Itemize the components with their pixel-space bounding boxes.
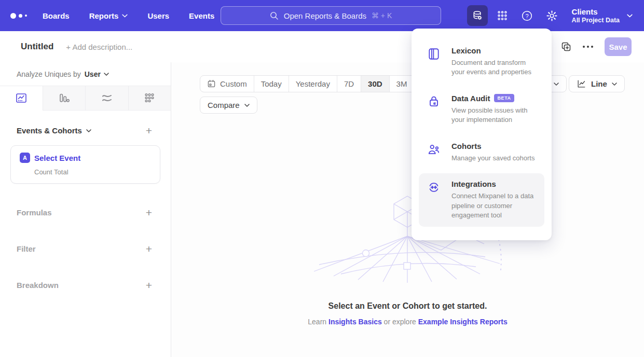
event-series-badge: A	[20, 153, 30, 163]
breakdown-label: Breakdown	[17, 281, 59, 290]
example-insights-reports-link[interactable]: Example Insights Reports	[418, 318, 508, 326]
flow-chart-tab-icon	[101, 92, 113, 104]
nav-item-reports[interactable]: Reports	[89, 11, 128, 20]
menu-item-title: Cohorts	[451, 142, 482, 150]
date-range-label: Today	[261, 79, 282, 88]
nav-item-boards[interactable]: Boards	[43, 11, 70, 20]
svg-text:?: ?	[526, 12, 529, 19]
data-management-menu: Lexicon Document and transform your even…	[412, 29, 552, 240]
add-event-button[interactable]: +	[146, 125, 152, 136]
chevron-down-icon	[104, 73, 109, 76]
menu-item-lexicon[interactable]: Lexicon Document and transform your even…	[419, 40, 544, 84]
date-range-label: 30D	[368, 79, 382, 88]
chart-type-label: Line	[591, 79, 607, 88]
date-range-label: Custom	[220, 79, 247, 88]
date-range-30d[interactable]: 30D	[361, 76, 389, 92]
event-aggregation-label[interactable]: Count Total	[34, 168, 152, 176]
tab-bar-chart[interactable]	[43, 86, 86, 110]
date-range-label: 3M	[396, 79, 407, 88]
date-range-custom[interactable]: Custom	[200, 76, 254, 92]
menu-item-cohorts[interactable]: Cohorts Manage your saved cohorts	[419, 135, 544, 169]
tab-line-chart[interactable]	[0, 86, 43, 111]
date-range-3m[interactable]: 3M	[389, 76, 414, 92]
compare-label: Compare	[208, 101, 240, 109]
global-search-input[interactable]: Open Reports & Boards ⌘ + K	[221, 6, 441, 25]
nav-right-actions: ? Clients All Project Data	[467, 0, 644, 31]
subtitle-text: Learn	[308, 318, 328, 326]
project-selector[interactable]: Clients All Project Data	[572, 7, 633, 24]
nav-item-users[interactable]: Users	[147, 11, 169, 20]
subtitle-text: or explore	[382, 318, 418, 326]
select-event-label[interactable]: Select Event	[34, 154, 80, 162]
compare-dropdown[interactable]: Compare	[200, 97, 257, 114]
line-chart-icon	[577, 79, 586, 89]
menu-item-description: Manage your saved cohorts	[451, 154, 535, 163]
analyze-uniques-row: Analyze Uniques by User	[0, 62, 171, 86]
calendar-icon	[207, 79, 216, 88]
line-chart-tab-icon	[15, 92, 28, 104]
chevron-down-icon	[612, 83, 617, 86]
help-icon[interactable]: ?	[517, 5, 538, 26]
search-icon	[270, 11, 279, 20]
mixpanel-logo-icon[interactable]	[10, 13, 31, 19]
data-audit-icon	[427, 94, 441, 125]
date-range-label: Yesterday	[296, 79, 330, 88]
chevron-down-icon	[86, 129, 91, 132]
nav-label: Events	[189, 11, 214, 20]
search-shortcut-hint: ⌘ + K	[372, 11, 392, 20]
empty-state-title: Select an Event or Cohort to get started…	[171, 301, 644, 311]
data-management-icon[interactable]	[467, 5, 488, 26]
duplicate-icon[interactable]	[561, 42, 571, 52]
insights-basics-link[interactable]: Insights Basics	[328, 318, 382, 326]
nav-label: Boards	[43, 11, 70, 20]
settings-gear-icon[interactable]	[542, 5, 563, 26]
integrations-sync-icon	[427, 180, 441, 220]
nav-label: Reports	[89, 11, 119, 20]
chevron-down-icon	[554, 83, 559, 86]
chevron-down-icon	[627, 14, 633, 18]
save-button[interactable]: Save	[605, 37, 632, 56]
menu-item-description: Document and transform your events and p…	[451, 58, 539, 77]
filter-label: Filter	[17, 244, 36, 253]
date-range-7d[interactable]: 7D	[337, 76, 361, 92]
add-breakdown-button[interactable]: +	[146, 280, 152, 291]
add-description-field[interactable]: + Add description...	[66, 43, 132, 51]
menu-item-integrations[interactable]: Integrations Connect Mixpanel to a data …	[419, 173, 544, 226]
analyze-prefix-label: Analyze Uniques by	[17, 70, 81, 78]
date-range-yesterday[interactable]: Yesterday	[289, 76, 337, 92]
lexicon-book-icon	[427, 46, 441, 77]
add-filter-button[interactable]: +	[146, 243, 152, 254]
analyze-entity-value: User	[85, 70, 101, 78]
primary-nav: Boards Reports Users Events	[43, 11, 214, 20]
formulas-group: Formulas +	[0, 204, 171, 220]
events-cohorts-label: Events & Cohorts	[17, 126, 82, 135]
events-cohorts-section-header: Events & Cohorts +	[0, 125, 171, 136]
chart-type-dropdown[interactable]: Line	[569, 75, 625, 92]
nav-item-events[interactable]: Events	[189, 11, 214, 20]
cohorts-people-icon	[427, 142, 441, 163]
menu-item-description: View possible issues with your implement…	[451, 106, 539, 125]
metric-chart-tab-icon	[143, 92, 156, 104]
nav-label: Users	[147, 11, 169, 20]
analyze-entity-dropdown[interactable]: User	[85, 70, 109, 78]
project-label: Clients	[572, 7, 620, 17]
tab-flow-chart[interactable]	[85, 86, 128, 110]
chart-type-tabs	[0, 86, 171, 111]
breakdown-group: Breakdown +	[0, 277, 171, 293]
top-navigation-bar: Boards Reports Users Events Open Reports…	[0, 0, 644, 31]
apps-grid-icon[interactable]	[492, 5, 513, 26]
search-placeholder: Open Reports & Boards	[284, 11, 366, 20]
tab-metric-chart[interactable]	[128, 86, 171, 110]
events-cohorts-dropdown[interactable]: Events & Cohorts	[17, 126, 91, 135]
project-value: All Project Data	[572, 17, 620, 24]
more-options-icon[interactable]	[583, 46, 593, 48]
menu-item-title: Integrations	[451, 180, 496, 188]
query-builder-sidebar: Analyze Uniques by User	[0, 62, 171, 357]
menu-item-data-audit[interactable]: Data Audit BETA View possible issues wit…	[419, 88, 544, 131]
empty-state-subtitle: Learn Insights Basics or explore Example…	[171, 318, 644, 326]
event-card[interactable]: A Select Event Count Total	[10, 145, 160, 184]
menu-item-title: Lexicon	[451, 46, 481, 55]
date-range-today[interactable]: Today	[254, 76, 289, 92]
report-title[interactable]: Untitled	[21, 42, 53, 52]
add-formula-button[interactable]: +	[146, 207, 152, 218]
